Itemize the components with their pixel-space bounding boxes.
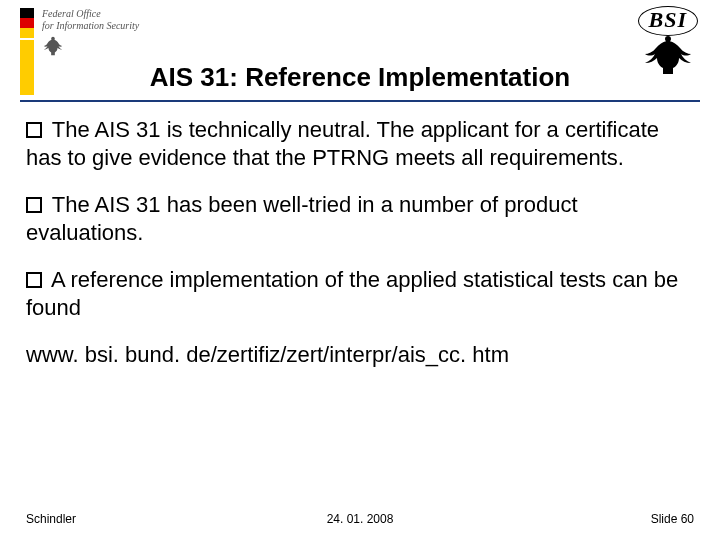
footer-author: Schindler [26,512,76,526]
bullet-item: The AIS 31 is technically neutral. The a… [26,116,694,171]
slide-title: AIS 31: Reference Implementation [0,62,720,93]
bullet-box-icon [26,122,42,138]
title-rule [20,100,700,102]
bsi-text: BSI [638,6,698,36]
reference-url: www. bsi. bund. de/zertifiz/zert/interpr… [26,341,694,369]
footer-slide-number: Slide 60 [651,512,694,526]
slide: Federal Office for Information Security … [0,0,720,540]
footer-date: 24. 01. 2008 [26,512,694,526]
german-flag-icon [20,8,34,38]
bullet-text: The AIS 31 is technically neutral. The a… [26,117,659,170]
agency-line1: Federal Office [42,8,139,20]
agency-name: Federal Office for Information Security [42,8,139,32]
agency-line2: for Information Security [42,20,139,32]
header: Federal Office for Information Security … [0,0,720,100]
bullet-text: The AIS 31 has been well-tried in a numb… [26,192,578,245]
bullet-box-icon [26,197,42,213]
footer: Schindler 24. 01. 2008 Slide 60 [26,512,694,526]
bullet-text: A reference implementation of the applie… [26,267,678,320]
eagle-icon [42,34,64,58]
bullet-box-icon [26,272,42,288]
content: The AIS 31 is technically neutral. The a… [26,116,694,490]
bullet-item: A reference implementation of the applie… [26,266,694,321]
bullet-item: The AIS 31 has been well-tried in a numb… [26,191,694,246]
